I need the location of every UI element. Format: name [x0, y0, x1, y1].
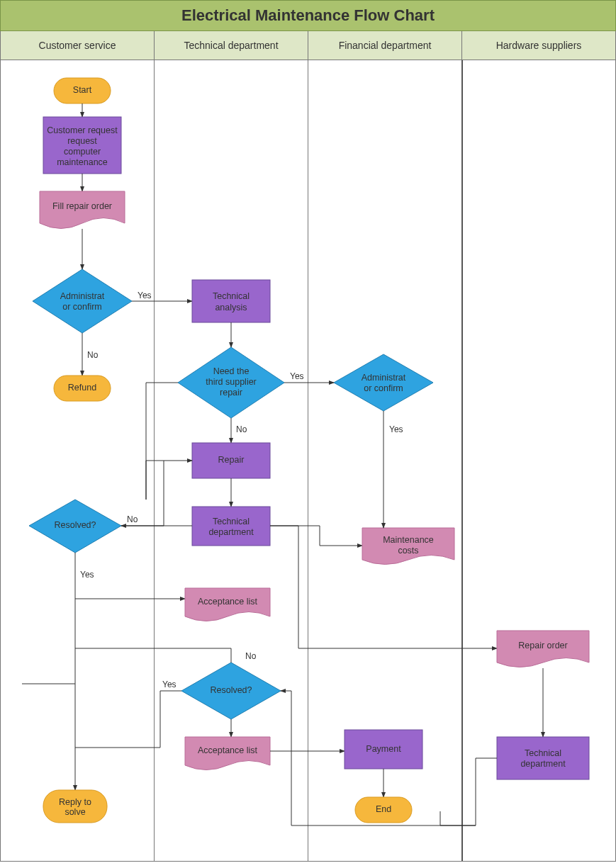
- lane-header: Customer service: [1, 31, 155, 60]
- node-maint-costs: Maintenance costs: [362, 528, 454, 565]
- flowchart-svg: Start Customer request request computer …: [1, 60, 615, 861]
- svg-text:Yes: Yes: [290, 371, 304, 381]
- node-accept-list-2: Acceptance list: [185, 737, 270, 770]
- svg-text:No: No: [236, 424, 247, 434]
- svg-text:Refund: Refund: [68, 383, 96, 393]
- svg-text:Need the: Need the: [213, 366, 250, 376]
- node-admin-confirm-2: Administrat or confirm: [334, 354, 433, 411]
- svg-text:Yes: Yes: [162, 680, 177, 689]
- chart-title: Electrical Maintenance Flow Chart: [0, 0, 616, 31]
- svg-text:solve: solve: [65, 807, 85, 817]
- svg-text:Repair: Repair: [218, 455, 245, 465]
- node-request: Customer request request computer mainte…: [43, 117, 121, 174]
- svg-text:request: request: [67, 136, 97, 146]
- svg-text:repair: repair: [220, 388, 242, 398]
- svg-text:Administrat: Administrat: [362, 373, 406, 383]
- svg-text:Start: Start: [73, 85, 92, 95]
- node-admin-confirm-1: Administrat or confirm: [33, 269, 132, 333]
- svg-text:End: End: [376, 804, 391, 814]
- lane-header: Hardware suppliers: [462, 31, 615, 60]
- node-start: Start: [54, 78, 111, 103]
- svg-text:maintenance: maintenance: [57, 157, 108, 167]
- flowchart-canvas: Start Customer request request computer …: [0, 60, 616, 862]
- svg-text:Administrat: Administrat: [60, 291, 105, 301]
- svg-text:Yes: Yes: [138, 291, 152, 300]
- lane-header: Technical department: [155, 31, 308, 60]
- svg-text:Technical: Technical: [213, 517, 250, 526]
- node-end: End: [355, 797, 412, 823]
- node-resolved-1: Resolved?: [29, 500, 121, 553]
- node-payment: Payment: [345, 730, 422, 769]
- svg-text:Resolved?: Resolved?: [210, 685, 252, 695]
- svg-text:Technical: Technical: [213, 291, 250, 301]
- node-need-supplier: Need the third supplier repair: [178, 347, 284, 418]
- svg-text:Resolved?: Resolved?: [54, 520, 96, 530]
- node-tech-dept-1: Technical department: [192, 507, 270, 546]
- svg-text:No: No: [127, 514, 138, 524]
- svg-text:Repair order: Repair order: [518, 641, 567, 650]
- svg-text:analysis: analysis: [215, 303, 247, 312]
- node-tech-analysis: Technical analysis: [192, 280, 270, 322]
- node-fill-order: Fill repair order: [40, 191, 125, 229]
- node-tech-dept-2: Technical department: [497, 737, 589, 779]
- svg-text:Maintenance: Maintenance: [383, 535, 434, 545]
- svg-text:Fill repair order: Fill repair order: [52, 201, 112, 211]
- svg-text:Acceptance list: Acceptance list: [198, 597, 258, 607]
- node-resolved-2: Resolved?: [181, 663, 281, 719]
- svg-text:Payment: Payment: [366, 744, 401, 754]
- svg-text:No: No: [87, 350, 99, 360]
- svg-text:department: department: [520, 759, 566, 769]
- node-refund: Refund: [54, 376, 111, 401]
- svg-text:or confirm: or confirm: [62, 302, 102, 312]
- lane-header: Financial department: [308, 31, 462, 60]
- svg-text:Yes: Yes: [389, 424, 403, 434]
- svg-text:or confirm: or confirm: [364, 383, 403, 393]
- svg-text:No: No: [245, 651, 257, 661]
- svg-text:department: department: [208, 527, 254, 537]
- svg-text:Acceptance list: Acceptance list: [198, 745, 258, 755]
- svg-text:Technical: Technical: [525, 748, 561, 758]
- svg-text:third supplier: third supplier: [206, 377, 257, 387]
- svg-text:costs: costs: [398, 546, 418, 556]
- svg-text:Customer request: Customer request: [47, 125, 118, 135]
- node-repair-order: Repair order: [497, 631, 589, 667]
- svg-text:Yes: Yes: [80, 570, 94, 580]
- svg-text:Reply to: Reply to: [59, 797, 91, 807]
- lane-headers: Customer service Technical department Fi…: [0, 31, 616, 60]
- svg-text:computer: computer: [64, 147, 101, 157]
- node-repair: Repair: [192, 443, 270, 478]
- node-reply: Reply to solve: [43, 790, 107, 823]
- node-accept-list-1: Acceptance list: [185, 588, 270, 621]
